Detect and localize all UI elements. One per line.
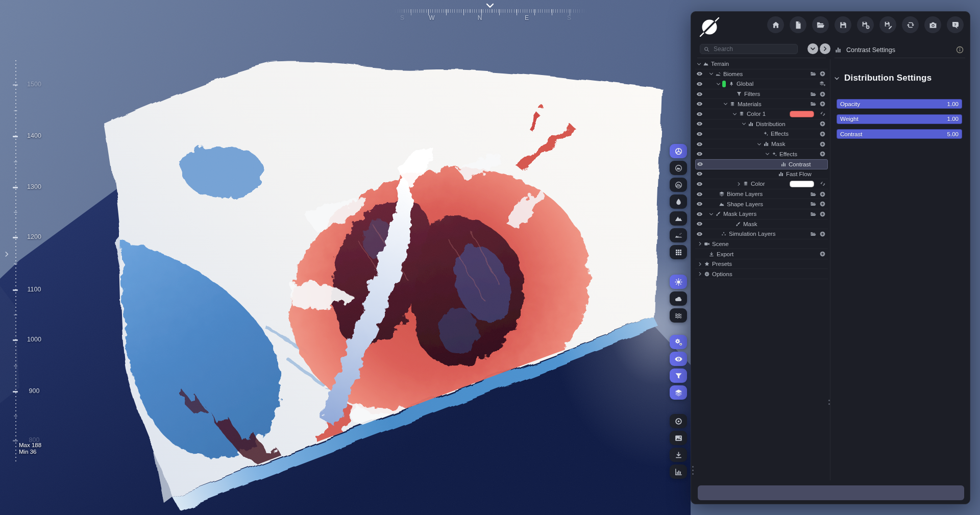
visibility-toggle[interactable] <box>696 131 706 137</box>
erosion-tool-button[interactable] <box>670 228 687 242</box>
add-button[interactable] <box>819 151 826 157</box>
group-button[interactable] <box>810 91 817 97</box>
help-button[interactable]: ? <box>947 16 964 33</box>
tree-row-contrast[interactable]: Contrast <box>695 159 828 169</box>
visibility-toggle[interactable] <box>696 191 706 198</box>
save-as-button[interactable] <box>879 16 896 33</box>
add-button[interactable] <box>819 201 826 207</box>
visibility-toggle[interactable] <box>696 111 706 117</box>
screenshot-button[interactable] <box>924 16 941 33</box>
tree-row-terrain[interactable]: Terrain <box>695 59 828 69</box>
layers-toggle-button[interactable] <box>670 385 687 400</box>
visibility-toggle[interactable] <box>696 201 706 207</box>
add-button[interactable] <box>819 191 826 198</box>
save-button[interactable] <box>835 16 851 33</box>
add-button[interactable] <box>819 70 826 77</box>
export-button-button[interactable] <box>670 448 687 462</box>
terrain-viewport[interactable] <box>0 0 691 515</box>
open-file-button[interactable] <box>812 16 829 33</box>
tree-row-presets[interactable]: Presets <box>695 259 828 269</box>
tree-row-color-1[interactable]: Color 1 <box>695 109 828 119</box>
tree-row-effects-7[interactable]: Effects <box>695 129 828 139</box>
add-button[interactable] <box>819 141 826 148</box>
chevron-down-icon[interactable] <box>696 61 702 67</box>
slider-opacity[interactable]: Opacity1.00 <box>837 99 962 109</box>
add-button[interactable] <box>819 251 826 257</box>
collapse-all-button[interactable] <box>807 43 818 54</box>
group-button[interactable] <box>810 201 817 207</box>
tree-row-filters[interactable]: Filters <box>695 89 828 100</box>
color-swatch[interactable] <box>790 181 814 187</box>
color-swatch[interactable] <box>790 111 814 117</box>
visibility-toggle[interactable] <box>696 91 706 97</box>
tree-row-mask-8[interactable]: Mask <box>695 139 828 150</box>
chevron-down-icon[interactable] <box>756 141 762 147</box>
visibility-toggle[interactable] <box>696 220 706 227</box>
water-tool-button[interactable] <box>670 194 687 209</box>
search-input[interactable] <box>713 45 786 53</box>
tree-row-color[interactable]: Color <box>695 179 828 189</box>
visibility-toggle[interactable] <box>696 211 706 217</box>
add-button[interactable] <box>819 101 826 107</box>
view-terrain-solid-button[interactable] <box>670 161 687 175</box>
visibility-toggle[interactable] <box>696 141 706 148</box>
chevron-right-icon[interactable] <box>697 241 703 247</box>
left-panel-expander[interactable] <box>3 250 10 258</box>
save-new-version-button[interactable] <box>857 16 874 33</box>
visibility-toggle[interactable] <box>696 70 706 77</box>
home-button[interactable] <box>767 16 784 33</box>
add-button[interactable] <box>819 231 826 237</box>
chevron-down-icon[interactable] <box>708 71 714 77</box>
slider-weight[interactable]: Weight1.00 <box>837 114 962 124</box>
preview-toggle-button[interactable] <box>670 352 687 366</box>
visibility-toggle[interactable] <box>696 151 706 157</box>
filter-toggle-button[interactable] <box>670 369 687 383</box>
view-mesh-button[interactable] <box>670 144 687 158</box>
tree-row-distribution[interactable]: Distribution <box>695 119 828 130</box>
grid-toggle-button[interactable] <box>670 245 687 259</box>
tree-row-effects-9[interactable]: Effects <box>695 149 828 159</box>
group-button[interactable] <box>810 101 817 107</box>
lighting-toggle-button[interactable] <box>670 275 687 289</box>
visibility-toggle[interactable] <box>696 81 706 87</box>
app-logo-icon[interactable] <box>698 15 721 39</box>
tree-row-global[interactable]: Global <box>695 79 828 89</box>
panel-resize-handle[interactable] <box>692 466 694 475</box>
snapshot-button-button[interactable] <box>670 431 687 445</box>
chevron-down-icon[interactable] <box>741 121 747 127</box>
visibility-toggle[interactable] <box>697 161 707 167</box>
chevron-down-icon[interactable] <box>732 111 738 117</box>
tree-row-mask-layers[interactable]: Mask Layers <box>695 209 828 219</box>
add-button[interactable] <box>819 91 826 97</box>
tree-row-export[interactable]: Export <box>695 249 828 259</box>
chevron-down-icon[interactable] <box>716 81 721 87</box>
chevron-down-icon[interactable] <box>708 211 714 217</box>
visibility-toggle[interactable] <box>696 120 706 127</box>
tree-row-biomes[interactable]: Biomes <box>695 69 828 80</box>
view-terrain-wire-button[interactable] <box>670 178 687 192</box>
group-button[interactable] <box>810 211 817 217</box>
chevron-right-icon[interactable] <box>697 271 703 277</box>
record-button-button[interactable] <box>670 414 687 428</box>
tree-row-mask-16[interactable]: Mask <box>695 219 828 230</box>
tree-row-options[interactable]: Options <box>695 269 828 279</box>
rebuild-button[interactable] <box>902 16 919 33</box>
tree-row-simulation-layers[interactable]: Simulation Layers <box>695 229 828 239</box>
mountain-tool-button[interactable] <box>670 211 687 226</box>
tree-row-scene[interactable]: Scene <box>695 239 828 250</box>
tree-row-materials[interactable]: Materials <box>695 99 828 109</box>
chevron-right-icon[interactable] <box>736 181 742 187</box>
add-button[interactable] <box>819 131 826 137</box>
randomize-button[interactable] <box>820 181 826 187</box>
new-file-button[interactable] <box>790 16 806 33</box>
chevron-down-icon[interactable] <box>765 151 770 157</box>
auto-build-toggle-button[interactable] <box>670 335 687 349</box>
add-layer-button[interactable] <box>819 80 826 87</box>
forward-button[interactable] <box>820 43 830 54</box>
visibility-toggle[interactable] <box>696 231 706 237</box>
distribution-settings-section-toggle[interactable]: Distribution Settings <box>834 73 932 83</box>
visibility-toggle[interactable] <box>696 101 706 107</box>
info-icon[interactable] <box>955 45 964 54</box>
tree-row-shape-layers[interactable]: Shape Layers <box>695 199 828 209</box>
group-button[interactable] <box>810 70 817 77</box>
